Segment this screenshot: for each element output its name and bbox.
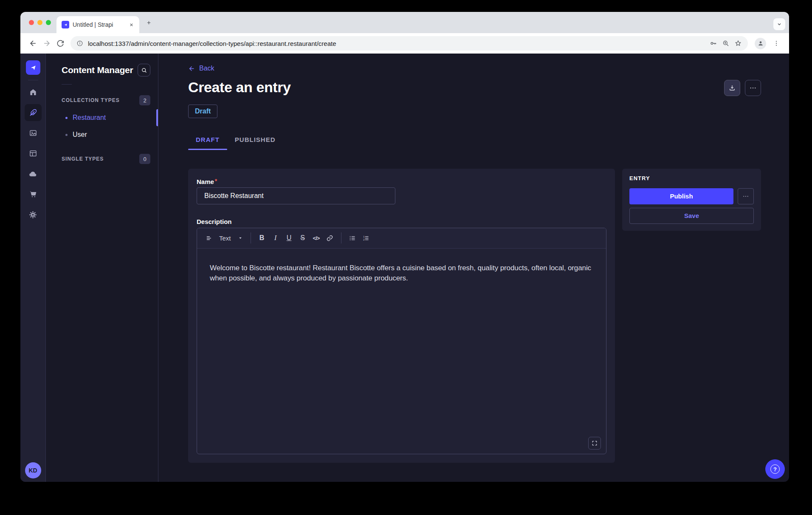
block-type-dropdown[interactable]: Text	[216, 231, 246, 245]
password-manager-icon[interactable]	[710, 40, 717, 47]
sidebar-item-content-manager[interactable]	[25, 104, 42, 121]
description-field-label: Description	[197, 218, 606, 225]
toolbar-separator	[251, 232, 251, 243]
status-badge: Draft	[188, 105, 217, 118]
numbered-list-button[interactable]: 12	[359, 231, 373, 245]
publish-button[interactable]: Publish	[629, 188, 733, 204]
strapi-app: KD Content Manager COLLECTION TYPES 2 Re…	[20, 54, 789, 482]
save-button[interactable]: Save	[629, 208, 754, 224]
fullscreen-window-button[interactable]	[46, 20, 51, 25]
link-button[interactable]	[323, 231, 337, 245]
collection-types-section: COLLECTION TYPES 2	[46, 95, 158, 106]
tab-search-button[interactable]	[773, 18, 785, 30]
main-nav-rail: KD	[20, 54, 46, 482]
paragraph-style-icon[interactable]	[202, 231, 216, 245]
block-type-value: Text	[219, 235, 231, 242]
required-mark: *	[215, 178, 217, 184]
sidebar-item-marketplace[interactable]	[25, 186, 42, 203]
collection-types-label: COLLECTION TYPES	[62, 97, 120, 103]
close-window-button[interactable]	[29, 20, 34, 25]
editor-toolbar: Text B I U S </>	[197, 228, 606, 249]
reload-button[interactable]	[54, 37, 67, 50]
single-types-count: 0	[139, 154, 150, 164]
zoom-page-icon[interactable]	[722, 40, 730, 47]
tab-draft[interactable]: DRAFT	[188, 130, 227, 150]
sidebar-item-cloud[interactable]	[25, 165, 42, 182]
url-bar[interactable]: localhost:1337/admin/content-manager/col…	[70, 36, 748, 51]
tab-title: Untitled | Strapi	[73, 21, 124, 28]
sidebar-item-user[interactable]: User	[46, 126, 158, 143]
bookmark-star-icon[interactable]	[734, 40, 742, 47]
back-label: Back	[199, 65, 214, 72]
back-button[interactable]	[26, 37, 40, 50]
tab-close-icon[interactable]	[127, 21, 135, 28]
single-types-section: SINGLE TYPES 0	[46, 153, 158, 164]
active-indicator	[156, 109, 158, 126]
sidebar-item-home[interactable]	[25, 84, 42, 101]
url-text[interactable]: localhost:1337/admin/content-manager/col…	[88, 40, 705, 47]
bullet-icon	[65, 134, 68, 136]
bullet-list-button[interactable]	[346, 231, 359, 245]
strikethrough-button[interactable]: S	[296, 231, 310, 245]
toolbar-separator	[341, 232, 341, 243]
editor-content[interactable]: Welcome to Biscotte restaurant! Restaura…	[197, 249, 606, 454]
user-avatar[interactable]: KD	[25, 462, 41, 478]
nav-item-label: User	[73, 131, 87, 139]
underline-button[interactable]: U	[282, 231, 296, 245]
search-button[interactable]	[138, 64, 150, 76]
browser-tab[interactable]: Untitled | Strapi	[56, 16, 139, 33]
subnav-title: Content Manager	[62, 65, 133, 75]
site-info-icon[interactable]	[76, 40, 83, 47]
sidebar-item-restaurant[interactable]: Restaurant	[46, 109, 158, 126]
collection-types-count: 2	[139, 95, 150, 105]
browser-window: Untitled | Strapi localhost:1337/admin/c…	[20, 12, 789, 482]
name-field-label: Name*	[197, 178, 606, 185]
browser-profile-avatar[interactable]	[755, 38, 766, 49]
entry-side-panel: ENTRY Publish Save	[622, 169, 761, 231]
window-controls	[29, 20, 51, 25]
help-button[interactable]: ?	[765, 459, 785, 479]
svg-text:1: 1	[363, 235, 364, 238]
new-tab-button[interactable]	[146, 20, 152, 25]
back-link[interactable]: Back	[188, 65, 214, 72]
name-input[interactable]	[197, 187, 395, 204]
content-manager-subnav: Content Manager COLLECTION TYPES 2 Resta…	[46, 54, 158, 482]
sidebar-item-media-library[interactable]	[25, 125, 42, 141]
main-content: Back Create an entry Draft DRAFT	[158, 54, 789, 482]
strapi-logo[interactable]	[26, 60, 40, 75]
question-mark-icon: ?	[770, 464, 780, 474]
version-tabs: DRAFT PUBLISHED	[188, 130, 761, 150]
single-types-label: SINGLE TYPES	[62, 156, 104, 162]
sidebar-item-content-type-builder[interactable]	[25, 145, 42, 162]
sidebar-item-settings[interactable]	[25, 206, 42, 223]
rich-text-editor: Text B I U S </>	[197, 228, 606, 454]
entry-more-button[interactable]	[738, 188, 754, 204]
nav-item-label: Restaurant	[73, 114, 106, 122]
entry-panel-title: ENTRY	[629, 175, 754, 181]
code-button[interactable]: </>	[310, 231, 323, 245]
entry-form-card: Name* Description Text	[188, 169, 615, 463]
browser-tabstrip: Untitled | Strapi	[20, 12, 789, 33]
expand-editor-button[interactable]	[588, 437, 601, 450]
export-button[interactable]	[724, 80, 740, 96]
tab-published[interactable]: PUBLISHED	[227, 130, 283, 150]
browser-toolbar: localhost:1337/admin/content-manager/col…	[20, 33, 789, 54]
rail-divider	[28, 80, 38, 80]
chevron-down-icon	[238, 235, 243, 241]
browser-menu-icon[interactable]	[770, 37, 783, 50]
forward-button[interactable]	[40, 37, 54, 50]
minimize-window-button[interactable]	[37, 20, 42, 25]
strapi-favicon-icon	[62, 21, 69, 28]
subnav-divider	[62, 84, 72, 85]
more-actions-button[interactable]	[745, 80, 761, 96]
italic-button[interactable]: I	[269, 231, 282, 245]
bullet-icon	[65, 117, 68, 119]
page-title: Create an entry	[188, 79, 291, 96]
svg-text:2: 2	[363, 238, 364, 241]
bold-button[interactable]: B	[255, 231, 269, 245]
